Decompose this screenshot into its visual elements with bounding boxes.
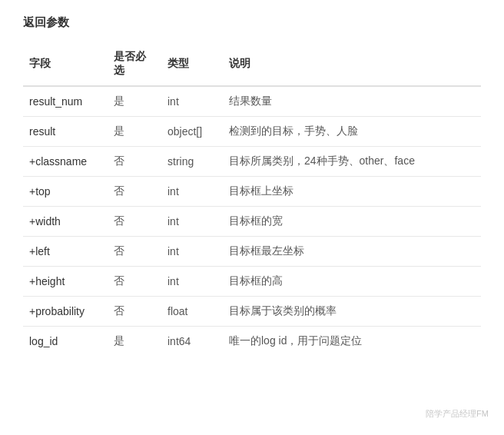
cell-8-3: 唯一的log id，用于问题定位 bbox=[223, 327, 481, 357]
cell-1-0: result bbox=[23, 117, 108, 147]
cell-7-1: 否 bbox=[108, 297, 161, 327]
cell-3-3: 目标框上坐标 bbox=[223, 177, 481, 207]
table-row: log_id是int64唯一的log id，用于问题定位 bbox=[23, 327, 481, 357]
cell-3-0: +top bbox=[23, 177, 108, 207]
cell-1-2: object[] bbox=[161, 117, 223, 147]
cell-8-0: log_id bbox=[23, 327, 108, 357]
watermark: 陪学产品经理FM bbox=[426, 408, 489, 420]
cell-0-2: int bbox=[161, 86, 223, 117]
header-field: 字段 bbox=[23, 42, 108, 86]
cell-2-0: +classname bbox=[23, 147, 108, 177]
table-row: +top否int目标框上坐标 bbox=[23, 177, 481, 207]
header-type: 类型 bbox=[161, 42, 223, 86]
table-row: +left否int目标框最左坐标 bbox=[23, 237, 481, 267]
cell-2-2: string bbox=[161, 147, 223, 177]
table-row: +width否int目标框的宽 bbox=[23, 207, 481, 237]
cell-7-3: 目标属于该类别的概率 bbox=[223, 297, 481, 327]
table-row: +height否int目标框的高 bbox=[23, 267, 481, 297]
table-row: +classname否string目标所属类别，24种手势、other、face bbox=[23, 147, 481, 177]
cell-4-0: +width bbox=[23, 207, 108, 237]
cell-6-1: 否 bbox=[108, 267, 161, 297]
cell-0-0: result_num bbox=[23, 86, 108, 117]
cell-4-2: int bbox=[161, 207, 223, 237]
cell-5-0: +left bbox=[23, 237, 108, 267]
cell-5-3: 目标框最左坐标 bbox=[223, 237, 481, 267]
cell-7-2: float bbox=[161, 297, 223, 327]
cell-1-1: 是 bbox=[108, 117, 161, 147]
cell-6-2: int bbox=[161, 267, 223, 297]
cell-6-0: +height bbox=[23, 267, 108, 297]
cell-3-1: 否 bbox=[108, 177, 161, 207]
params-table: 字段 是否必选 类型 说明 result_num是int结果数量result是o… bbox=[23, 42, 481, 356]
cell-5-1: 否 bbox=[108, 237, 161, 267]
cell-1-3: 检测到的目标，手势、人脸 bbox=[223, 117, 481, 147]
cell-2-1: 否 bbox=[108, 147, 161, 177]
header-desc: 说明 bbox=[223, 42, 481, 86]
table-row: result是object[]检测到的目标，手势、人脸 bbox=[23, 117, 481, 147]
cell-8-2: int64 bbox=[161, 327, 223, 357]
cell-7-0: +probability bbox=[23, 297, 108, 327]
cell-0-3: 结果数量 bbox=[223, 86, 481, 117]
table-body: result_num是int结果数量result是object[]检测到的目标，… bbox=[23, 86, 481, 356]
header-required: 是否必选 bbox=[108, 42, 161, 86]
table-header: 字段 是否必选 类型 说明 bbox=[23, 42, 481, 86]
cell-4-3: 目标框的宽 bbox=[223, 207, 481, 237]
cell-2-3: 目标所属类别，24种手势、other、face bbox=[223, 147, 481, 177]
cell-5-2: int bbox=[161, 237, 223, 267]
cell-3-2: int bbox=[161, 177, 223, 207]
cell-4-1: 否 bbox=[108, 207, 161, 237]
cell-6-3: 目标框的高 bbox=[223, 267, 481, 297]
cell-8-1: 是 bbox=[108, 327, 161, 357]
table-row: result_num是int结果数量 bbox=[23, 86, 481, 117]
cell-0-1: 是 bbox=[108, 86, 161, 117]
page-title: 返回参数 bbox=[23, 15, 481, 30]
table-row: +probability否float目标属于该类别的概率 bbox=[23, 297, 481, 327]
